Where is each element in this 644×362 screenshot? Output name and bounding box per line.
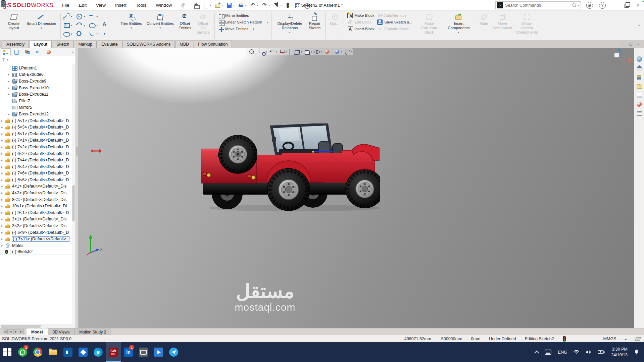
- view-tool-icon[interactable]: ▾: [314, 49, 320, 55]
- taskbar-app-icon[interactable]: e: [91, 342, 106, 362]
- expand-arrow-icon[interactable]: ▸: [1, 191, 5, 195]
- quick-access-button[interactable]: ▾: [272, 1, 283, 9]
- repair-sketch-button[interactable]: Repair Sketch: [306, 12, 323, 31]
- tree-item[interactable]: ▸ (-) 7<6> (Default<<Default>_D: [0, 170, 76, 177]
- expand-arrow-icon[interactable]: ▸: [8, 93, 12, 96]
- close-button[interactable]: ×: [635, 2, 641, 8]
- panel-expand-icon[interactable]: »: [71, 50, 76, 54]
- menu-item[interactable]: Insert: [111, 1, 131, 10]
- battery-icon[interactable]: [598, 350, 605, 354]
- ellipse-tool-icon[interactable]: [88, 21, 96, 29]
- help-icon[interactable]: ?: [599, 2, 606, 9]
- menu-item[interactable]: Window: [152, 1, 176, 10]
- search-icon[interactable]: [572, 3, 577, 8]
- expand-arrow-icon[interactable]: ▸: [8, 73, 12, 76]
- expand-arrow-icon[interactable]: ▸: [1, 132, 5, 136]
- save-sketch-as-block-button[interactable]: Save Sketch a...: [376, 19, 414, 25]
- view-tool-icon[interactable]: [324, 49, 330, 55]
- splitter-handle[interactable]: [76, 147, 78, 156]
- tree-item[interactable]: ▸ 10<1> (Default<<Default>_Di: [0, 203, 76, 209]
- expand-arrow-icon[interactable]: ▸: [1, 237, 5, 241]
- expand-arrow-icon[interactable]: ▸: [1, 158, 5, 162]
- expand-arrow-icon[interactable]: ▸: [1, 211, 5, 214]
- taskbar-app-icon[interactable]: [151, 342, 166, 362]
- volume-icon[interactable]: [586, 350, 591, 354]
- menu-item[interactable]: View: [92, 1, 110, 10]
- model-tab[interactable]: Model: [27, 328, 48, 335]
- minimize-button[interactable]: –: [612, 2, 618, 8]
- view-tool-icon[interactable]: ▾: [304, 49, 310, 55]
- tree-item[interactable]: ▸ (-) 7<2> (Default<<Default>_D: [0, 144, 76, 150]
- language-indicator[interactable]: ENG: [558, 350, 567, 355]
- panel-tab[interactable]: [44, 48, 54, 56]
- doc-restore-icon[interactable]: ❐: [629, 42, 633, 47]
- taskbar-app-icon[interactable]: [0, 342, 15, 362]
- linear-sketch-pattern-button[interactable]: Linear Sketch Pattern▾: [217, 19, 269, 25]
- panel-tab[interactable]: [33, 48, 43, 56]
- expand-arrow-icon[interactable]: ▸: [8, 80, 12, 83]
- command-tab[interactable]: Markup: [74, 41, 97, 48]
- arc-tool-icon[interactable]: [76, 21, 83, 29]
- panel-splitter[interactable]: [76, 48, 79, 328]
- tree-item[interactable]: ▸ (-) 6<6> (Default<<Default>_D: [0, 176, 76, 183]
- tree-item[interactable]: ▸ Boss-Extrude10: [0, 85, 76, 91]
- restore-button[interactable]: [625, 4, 629, 8]
- quick-access-button[interactable]: ▾: [248, 1, 259, 9]
- tree-item[interactable]: ▸ Mates: [0, 242, 76, 249]
- rectangle-tool-icon[interactable]: [63, 21, 70, 29]
- tree-item[interactable]: ▸ (-) 6<1> (Default<<Default>_D: [0, 131, 76, 137]
- expand-arrow-icon[interactable]: ▸: [1, 204, 5, 208]
- scrollbar-thumb[interactable]: [72, 185, 75, 221]
- tree-item[interactable]: ▸ Boss-Extrude11: [0, 91, 76, 98]
- tree-item[interactable]: ▸ 3<1> (Default<<Default>_Dis: [0, 216, 76, 223]
- view-tool-icon[interactable]: ▾: [279, 49, 285, 55]
- taskbar-app-icon[interactable]: [45, 342, 60, 362]
- expand-arrow-icon[interactable]: ▸: [1, 178, 5, 182]
- circle-tool-icon[interactable]: [76, 13, 83, 20]
- spline-tool-icon[interactable]: [88, 13, 96, 20]
- view-tool-icon[interactable]: ▾: [259, 49, 265, 55]
- quick-access-button[interactable]: ▾: [213, 1, 224, 9]
- tray-expand-icon[interactable]: [534, 350, 539, 355]
- pin-icon[interactable]: [179, 2, 187, 8]
- graphics-viewport[interactable]: ▾ ▾ ▾: [79, 48, 634, 328]
- tree-item[interactable]: ▸ Boss-Extrude9: [0, 78, 76, 85]
- doc-close-icon[interactable]: ×: [637, 42, 639, 47]
- notifications-icon[interactable]: [634, 349, 639, 355]
- create-layout-button[interactable]: Create layout: [3, 12, 24, 31]
- tree-item[interactable]: ▸ (-) 7<11> (Default<<Default>_: [0, 236, 76, 242]
- view-tool-icon[interactable]: ▾: [344, 49, 350, 55]
- taskbar-app-icon[interactable]: SW2021: [106, 342, 121, 362]
- tree-item[interactable]: ▸ (-) 9<1> (Default<<Default>_D: [0, 209, 76, 216]
- command-tab[interactable]: SOLIDWORKS Add-Ins: [122, 41, 175, 48]
- insert-components-button[interactable]: Insert Components▾: [440, 12, 477, 35]
- tree-item[interactable]: ▸ (-) 5<1> (Default<<Default>_D: [0, 117, 76, 124]
- next-tab-icon[interactable]: ▶: [13, 329, 18, 334]
- expand-arrow-icon[interactable]: ▸: [1, 119, 5, 122]
- expand-arrow-icon[interactable]: ▸: [1, 244, 5, 247]
- expand-arrow-icon[interactable]: ▸: [8, 112, 12, 116]
- command-tab[interactable]: MBD: [175, 41, 193, 48]
- expand-arrow-icon[interactable]: ▸: [1, 139, 5, 142]
- exit-sketch-icon[interactable]: [613, 49, 622, 58]
- quick-access-button[interactable]: [293, 1, 302, 9]
- task-pane-icon[interactable]: [636, 101, 642, 107]
- make-block-button[interactable]: Make Block: [346, 12, 376, 19]
- tree-item[interactable]: ▸ (-) 6<4> (Default<<Default>_D: [0, 163, 76, 170]
- expand-arrow-icon[interactable]: ▸: [8, 86, 12, 90]
- prev-tab-icon[interactable]: ◀: [8, 329, 13, 334]
- task-pane-icon[interactable]: [636, 110, 642, 116]
- quick-access-button[interactable]: [284, 1, 292, 9]
- tree-vertical-scrollbar[interactable]: [72, 64, 76, 324]
- tree-item[interactable]: ▸ 8<1> (Default<<Default>_Dis: [0, 196, 76, 203]
- expand-arrow-icon[interactable]: ▸: [1, 152, 5, 155]
- ribbon-collapse-icon[interactable]: ⌃: [638, 24, 641, 29]
- tree-item[interactable]: ▸ (-) 5<3> (Default<<Default>_D: [0, 124, 76, 131]
- slot-tool-icon[interactable]: [63, 30, 70, 38]
- touchpad-icon[interactable]: [545, 350, 551, 355]
- model-tab[interactable]: 3D Views: [48, 328, 75, 335]
- tags-icon[interactable]: [635, 337, 641, 341]
- command-tab[interactable]: Layout: [29, 41, 52, 48]
- move-entities-button[interactable]: Move Entities▾: [217, 25, 269, 32]
- clock[interactable]: 3:30 PM 24/10/13: [611, 347, 628, 358]
